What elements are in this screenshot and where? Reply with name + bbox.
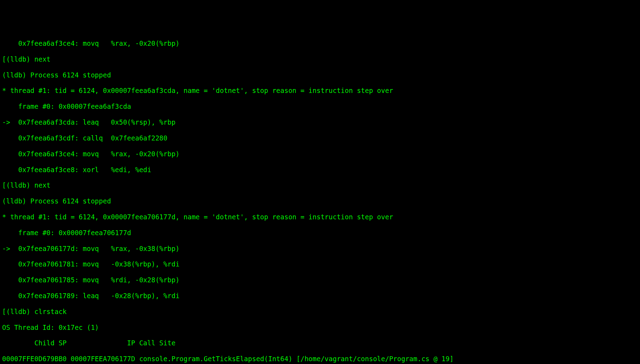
terminal-line: 0x7feea6af3cdf: callq 0x7feea6af2280 xyxy=(2,134,638,142)
terminal-line: 0x7feea7061789: leaq -0x28(%rbp), %rdi xyxy=(2,292,638,300)
terminal-line: OS Thread Id: 0x17ec (1) xyxy=(2,324,638,331)
terminal-line: * thread #1: tid = 6124, 0x00007feea6af3… xyxy=(2,87,638,94)
terminal-line: -> 0x7feea706177d: movq %rax, -0x38(%rbp… xyxy=(2,245,638,252)
terminal-line: * thread #1: tid = 6124, 0x00007feea7061… xyxy=(2,213,638,221)
terminal-line: 00007FFE0D679BB0 00007FEEA706177D consol… xyxy=(2,355,638,363)
terminal-line: (lldb) Process 6124 stopped xyxy=(2,197,638,205)
terminal-line: [(lldb) next xyxy=(2,181,638,189)
terminal-line: 0x7feea6af3ce4: movq %rax, -0x20(%rbp) xyxy=(2,39,638,47)
terminal-line: 0x7feea7061785: movq %rdi, -0x28(%rbp) xyxy=(2,276,638,284)
terminal-line: [(lldb) clrstack xyxy=(2,308,638,315)
terminal-line: Child SP IP Call Site xyxy=(2,339,638,347)
terminal-line: 0x7feea6af3ce4: movq %rax, -0x20(%rbp) xyxy=(2,150,638,158)
terminal-line: 0x7feea6af3ce8: xorl %edi, %edi xyxy=(2,166,638,174)
terminal-output[interactable]: 0x7feea6af3ce4: movq %rax, -0x20(%rbp) [… xyxy=(0,32,640,364)
terminal-line: 0x7feea7061781: movq -0x38(%rbp), %rdi xyxy=(2,260,638,268)
terminal-line: -> 0x7feea6af3cda: leaq 0x50(%rsp), %rbp xyxy=(2,118,638,126)
terminal-line: [(lldb) next xyxy=(2,55,638,63)
terminal-line: frame #0: 0x00007feea706177d xyxy=(2,229,638,237)
terminal-line: (lldb) Process 6124 stopped xyxy=(2,71,638,79)
terminal-line: frame #0: 0x00007feea6af3cda xyxy=(2,102,638,110)
